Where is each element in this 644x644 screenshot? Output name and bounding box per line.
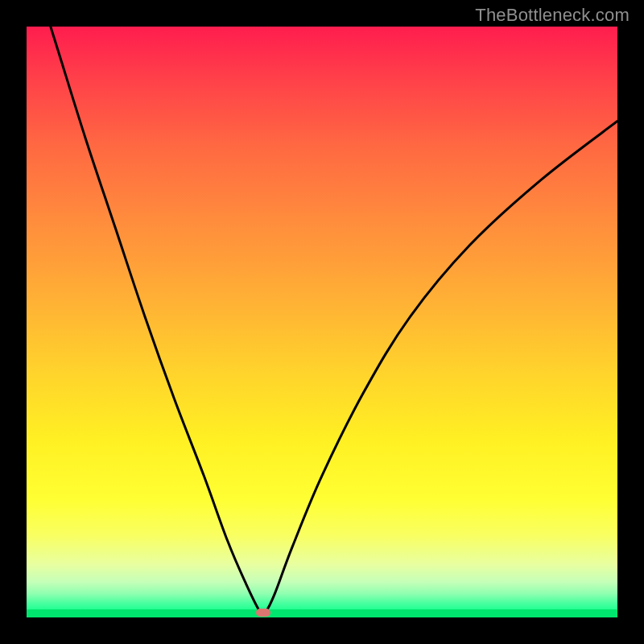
- plot-area: [27, 27, 617, 617]
- bottleneck-curve: [27, 27, 617, 617]
- curve-path: [27, 27, 617, 615]
- watermark-text: TheBottleneck.com: [475, 5, 630, 26]
- optimal-point-marker: [256, 609, 270, 617]
- chart-frame: TheBottleneck.com: [0, 0, 644, 644]
